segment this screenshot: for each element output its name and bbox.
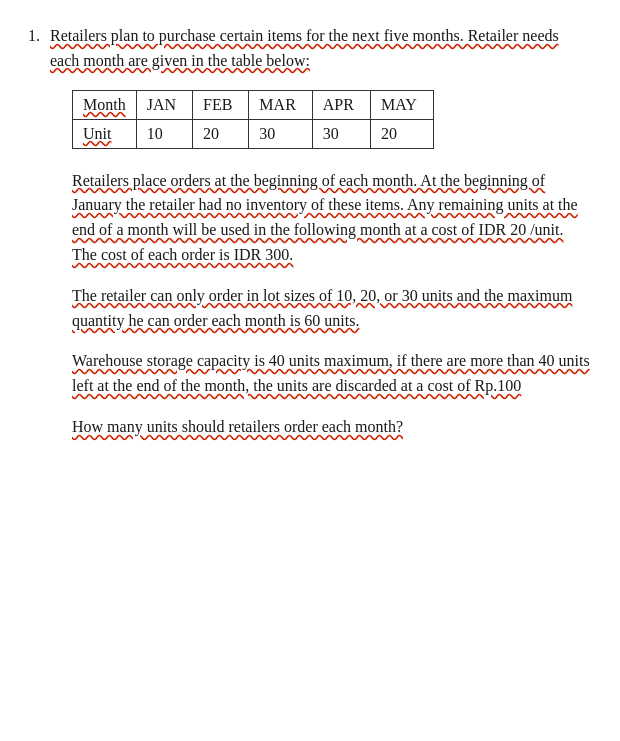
cell-feb: 20 bbox=[193, 119, 249, 148]
col-header-jan: JAN bbox=[136, 90, 192, 119]
problem-container: 1. Retailers plan to purchase certain it… bbox=[28, 24, 592, 440]
table-header-row: Month JAN FEB MAR APR MAY bbox=[73, 90, 434, 119]
col-header-mar: MAR bbox=[249, 90, 312, 119]
problem-number: 1. bbox=[28, 24, 50, 48]
table-section: Month JAN FEB MAR APR MAY Unit 10 20 30 … bbox=[72, 90, 592, 149]
problem-intro: Retailers plan to purchase certain items… bbox=[50, 24, 592, 74]
row-label-unit: Unit bbox=[73, 119, 137, 148]
paragraph-2: The retailer can only order in lot sizes… bbox=[72, 284, 592, 334]
col-header-month: Month bbox=[73, 90, 137, 119]
paragraphs-section: Retailers place orders at the beginning … bbox=[72, 169, 592, 440]
paragraph-3: Warehouse storage capacity is 40 units m… bbox=[72, 349, 592, 399]
cell-apr: 30 bbox=[312, 119, 370, 148]
cell-mar: 30 bbox=[249, 119, 312, 148]
paragraph-1: Retailers place orders at the beginning … bbox=[72, 169, 592, 268]
table-data-row: Unit 10 20 30 30 20 bbox=[73, 119, 434, 148]
problem-header: 1. Retailers plan to purchase certain it… bbox=[28, 24, 592, 74]
col-header-apr: APR bbox=[312, 90, 370, 119]
paragraph-4: How many units should retailers order ea… bbox=[72, 415, 592, 440]
data-table: Month JAN FEB MAR APR MAY Unit 10 20 30 … bbox=[72, 90, 434, 149]
col-header-feb: FEB bbox=[193, 90, 249, 119]
cell-may: 20 bbox=[370, 119, 433, 148]
col-header-may: MAY bbox=[370, 90, 433, 119]
cell-jan: 10 bbox=[136, 119, 192, 148]
